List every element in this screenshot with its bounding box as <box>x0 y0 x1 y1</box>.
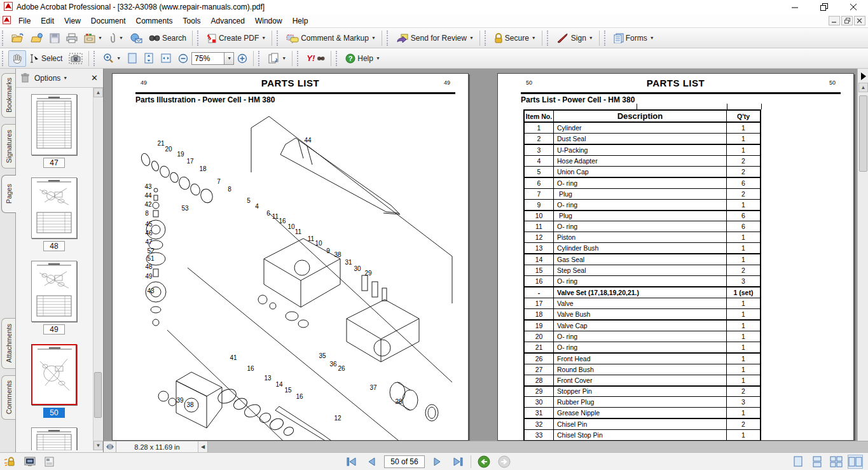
previous-view-button[interactable] <box>476 455 492 469</box>
vertical-scrollbar[interactable]: ▲ <box>857 69 868 441</box>
horizontal-scrollbar[interactable]: 8.28 x 11.69 in ◀ <box>104 441 868 452</box>
menu-item-help[interactable]: Help <box>287 15 313 27</box>
toolbar-grip[interactable] <box>2 31 6 46</box>
help-button[interactable]: ? Help▼ <box>342 50 383 67</box>
fit-width-button[interactable] <box>157 50 175 67</box>
sidebar-tab-comments[interactable]: Comments <box>1 375 15 420</box>
attach-button[interactable]: ▼ <box>106 30 127 46</box>
thumbnail-image[interactable] <box>31 427 77 450</box>
open-web-button[interactable] <box>27 30 46 46</box>
thumbnail-image[interactable] <box>31 344 77 405</box>
toolbar-grip[interactable] <box>93 51 98 66</box>
zoom-level-input[interactable] <box>191 52 224 65</box>
thumbnail-image[interactable] <box>31 94 77 155</box>
page-thumbnail-49[interactable]: 49 <box>16 261 92 335</box>
select-tool-button[interactable]: Select <box>26 50 65 67</box>
toolbar-grip[interactable] <box>277 31 281 46</box>
sidebar-tab-signatures[interactable]: Signatures <box>1 124 15 169</box>
toolbar-grip[interactable] <box>197 31 202 46</box>
email-button[interactable] <box>127 30 146 46</box>
page-thumbnail-48[interactable]: 48 <box>16 177 92 251</box>
hand-tool-button[interactable] <box>8 50 26 67</box>
thumbnail-image[interactable] <box>31 177 77 238</box>
first-page-button[interactable] <box>343 455 359 469</box>
snapshot-button[interactable] <box>65 50 86 67</box>
single-page-view-button[interactable] <box>790 455 806 469</box>
toolbar-grip[interactable] <box>258 51 263 66</box>
scroll-left-arrow[interactable]: ◀ <box>198 441 208 453</box>
create-pdf-button[interactable]: Create PDF▼ <box>203 30 269 46</box>
scrollbar-thumb[interactable] <box>94 372 102 418</box>
secure-button[interactable]: Secure▼ <box>491 30 539 46</box>
doc-minimize-button[interactable] <box>829 16 840 25</box>
screen-view-icon[interactable] <box>24 457 37 467</box>
page-thumbnail-51[interactable]: 51 <box>16 427 92 450</box>
search-button[interactable]: Search <box>146 30 189 46</box>
send-for-review-button[interactable]: Send for Review▼ <box>393 30 477 46</box>
thumbnail-page-number[interactable]: 50 <box>43 408 65 418</box>
scrollbar-track[interactable] <box>208 441 868 453</box>
menu-item-comments[interactable]: Comments <box>131 15 178 27</box>
continuous-view-button[interactable] <box>809 455 825 469</box>
next-view-button[interactable] <box>497 455 512 469</box>
zoom-out-button[interactable] <box>175 50 191 67</box>
save-button[interactable] <box>46 30 63 46</box>
doc-restore-button[interactable] <box>841 16 853 25</box>
open-button[interactable] <box>8 30 27 46</box>
zoom-tool-button[interactable]: ▼ <box>100 50 124 67</box>
thumbnail-image[interactable] <box>31 261 77 322</box>
scroll-up-arrow[interactable]: ▲ <box>93 88 103 97</box>
page-thumbnail-50[interactable]: 50 <box>16 344 92 418</box>
menu-item-edit[interactable]: Edit <box>36 15 59 27</box>
thumbnail-page-number[interactable]: 49 <box>43 324 65 335</box>
window-close-button[interactable] <box>839 0 868 14</box>
menu-item-tools[interactable]: Tools <box>178 15 206 27</box>
menu-item-document[interactable]: Document <box>86 15 131 27</box>
scroll-down-arrow[interactable]: ▼ <box>93 441 103 450</box>
continuous-facing-view-button[interactable] <box>829 455 844 469</box>
current-page-input[interactable] <box>384 455 425 468</box>
sidebar-tab-attachments[interactable]: Attachments <box>1 318 15 369</box>
delete-pages-icon[interactable] <box>21 73 29 83</box>
print-button[interactable] <box>63 30 81 46</box>
facing-view-button[interactable] <box>848 455 863 469</box>
splitter-handle[interactable] <box>104 441 116 453</box>
organizer-button[interactable]: ▼ <box>81 30 106 46</box>
menu-item-view[interactable]: View <box>59 15 86 27</box>
panel-close-button[interactable]: ✕ <box>91 73 98 83</box>
forms-button[interactable]: Forms▼ <box>610 30 658 46</box>
fit-page-button[interactable] <box>141 50 157 67</box>
scrollbar-thumb[interactable] <box>859 95 867 172</box>
sign-button[interactable]: Sign▼ <box>553 30 596 46</box>
sidebar-tab-bookmarks[interactable]: Bookmarks <box>1 73 15 118</box>
yahoo-search-button[interactable]: Y! <box>303 50 328 67</box>
document-security-icon[interactable] <box>4 456 17 467</box>
thumbnail-page-number[interactable]: 48 <box>43 241 65 251</box>
thumbnail-scrollbar[interactable]: ▲ ▼ <box>93 88 102 450</box>
toolbar-grip[interactable] <box>387 31 391 46</box>
comment-markup-button[interactable]: Comment & Markup▼ <box>283 30 379 46</box>
zoom-in-button[interactable] <box>234 50 251 67</box>
toolbar-grip[interactable] <box>2 51 6 66</box>
toolbar-grip[interactable] <box>485 31 489 46</box>
doc-close-button[interactable] <box>854 16 865 25</box>
collapse-pane-arrow-icon[interactable] <box>861 73 866 80</box>
window-minimize-button[interactable] <box>780 0 809 14</box>
menu-item-advanced[interactable]: Advanced <box>206 15 250 27</box>
next-page-button[interactable] <box>430 455 445 469</box>
sidebar-tab-pages[interactable]: Pages <box>1 175 16 213</box>
page-view-icon[interactable] <box>45 457 55 467</box>
options-menu-button[interactable]: Options ▼ <box>34 74 67 83</box>
scroll-up-arrow[interactable]: ▲ <box>858 83 868 92</box>
zoom-dropdown-button[interactable]: ▼ <box>224 52 234 65</box>
window-restore-button[interactable] <box>809 0 839 14</box>
toolbar-grip[interactable] <box>336 51 340 66</box>
thumbnail-page-number[interactable]: 47 <box>43 158 65 168</box>
actual-size-button[interactable] <box>124 50 141 67</box>
page-thumbnail-47[interactable]: 47 <box>16 94 92 168</box>
menu-item-file[interactable]: File <box>13 15 36 27</box>
toolbar-grip[interactable] <box>297 51 301 66</box>
page-display-button[interactable]: ▼ <box>265 50 289 67</box>
last-page-button[interactable] <box>450 455 465 469</box>
toolbar-grip[interactable] <box>547 31 551 46</box>
